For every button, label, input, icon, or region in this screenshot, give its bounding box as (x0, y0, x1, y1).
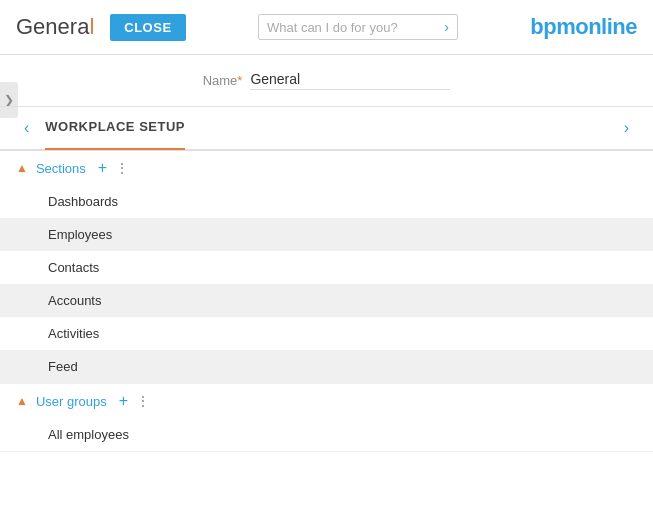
search-placeholder-text: What can I do for you? (267, 20, 398, 35)
list-item[interactable]: Employees (0, 218, 653, 251)
title-prefix: Genera (16, 14, 89, 39)
section-title-user-groups[interactable]: User groups (36, 394, 107, 409)
required-marker: * (237, 73, 242, 88)
top-header: General CLOSE What can I do for you? › b… (0, 0, 653, 55)
section-header-user-groups: ▲User groups+⋮ (0, 384, 653, 418)
list-item[interactable]: Contacts (0, 251, 653, 284)
menu-icon-user-groups[interactable]: ⋮ (136, 393, 150, 409)
add-icon-sections[interactable]: + (98, 159, 107, 177)
section-items-user-groups: All employees (0, 418, 653, 451)
close-button[interactable]: CLOSE (110, 14, 185, 41)
header-left: General CLOSE (16, 14, 186, 41)
list-item[interactable]: All employees (0, 418, 653, 451)
brand-logo: bpmonline (530, 14, 637, 40)
list-item[interactable]: Feed (0, 350, 653, 383)
collapse-icon-user-groups[interactable]: ▲ (16, 394, 28, 408)
brand-bold-text: online (575, 14, 637, 39)
list-item[interactable]: Activities (0, 317, 653, 350)
active-tab[interactable]: WORKPLACE SETUP (45, 106, 185, 150)
section-header-sections: ▲Sections+⋮ (0, 151, 653, 185)
name-value[interactable]: General (250, 71, 450, 90)
content-area: ▲Sections+⋮DashboardsEmployeesContactsAc… (0, 151, 653, 517)
section-group-user-groups: ▲User groups+⋮All employees (0, 384, 653, 452)
search-arrow-icon: › (444, 19, 449, 35)
add-icon-user-groups[interactable]: + (119, 392, 128, 410)
search-bar[interactable]: What can I do for you? › (258, 14, 458, 40)
collapse-icon-sections[interactable]: ▲ (16, 161, 28, 175)
tab-bar: ‹ WORKPLACE SETUP › (0, 107, 653, 151)
name-label: Name* (203, 73, 243, 88)
list-item[interactable]: Dashboards (0, 185, 653, 218)
page-title: General (16, 14, 94, 40)
brand-text: bpm (530, 14, 575, 39)
section-group-sections: ▲Sections+⋮DashboardsEmployeesContactsAc… (0, 151, 653, 384)
name-section: Name* General (0, 55, 653, 107)
menu-icon-sections[interactable]: ⋮ (115, 160, 129, 176)
section-title-sections[interactable]: Sections (36, 161, 86, 176)
title-highlight: l (89, 14, 94, 39)
name-label-text: Name (203, 73, 238, 88)
tab-next-button[interactable]: › (616, 119, 637, 137)
list-item[interactable]: Accounts (0, 284, 653, 317)
tab-prev-button[interactable]: ‹ (16, 119, 37, 137)
section-items-sections: DashboardsEmployeesContactsAccountsActiv… (0, 185, 653, 383)
